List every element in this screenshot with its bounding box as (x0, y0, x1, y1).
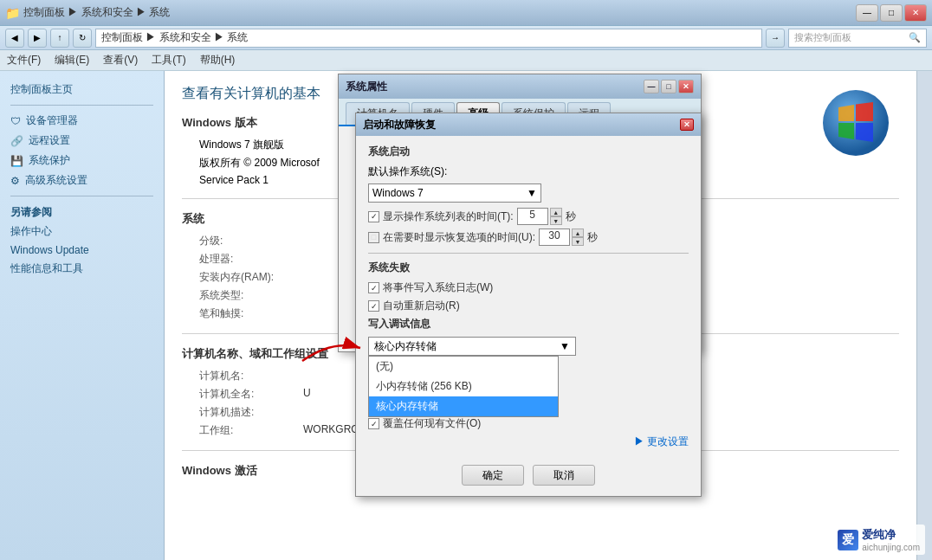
auto-restart-label: 自动重新启动(R) (383, 299, 460, 313)
overwrite-checkbox-row: ✓ 覆盖任何现有文件(O) (368, 416, 689, 431)
menu-help[interactable]: 帮助(H) (200, 53, 236, 68)
close-button[interactable]: ✕ (904, 4, 927, 22)
up-button[interactable]: ↑ (50, 29, 69, 48)
go-button[interactable]: → (766, 29, 785, 48)
debug-section: 写入调试信息 核心内存转储 ▼ (无) 小内存转储 (256 KB) 核心内存转… (368, 317, 689, 356)
default-os-row: 默认操作系统(S): (368, 164, 689, 179)
search-icon: 🔍 (909, 32, 921, 43)
system-startup-label: 系统启动 (368, 145, 689, 159)
dialog-footer: 确定 取消 (356, 458, 701, 496)
debug-dropdown[interactable]: 核心内存转储 ▼ (368, 337, 576, 356)
show-time-up[interactable]: ▲ (550, 208, 562, 216)
debug-dropdown-wrapper: 核心内存转储 ▼ (无) 小内存转储 (256 KB) 核心内存转储 (368, 337, 576, 356)
search-box[interactable]: 搜索控制面板 🔍 (788, 29, 927, 48)
sidebar: 控制面板主页 🛡 设备管理器 🔗 远程设置 💾 系统保护 ⚙ 高级系统设置 另请… (0, 71, 165, 560)
menu-bar: 文件(F) 编辑(E) 查看(V) 工具(T) 帮助(H) (0, 50, 932, 71)
write-log-label: 将事件写入系统日志(W) (383, 280, 493, 295)
option-kernel[interactable]: 核心内存转储 (369, 396, 558, 416)
default-os-dropdown[interactable]: Windows 7 ▼ (368, 183, 541, 203)
settings-icon: ⚙ (10, 175, 20, 187)
option-small[interactable]: 小内存转储 (256 KB) (369, 377, 558, 396)
show-time-checkbox[interactable]: ✓ (368, 211, 379, 222)
sidebar-item-action-center[interactable]: 操作中心 (0, 222, 164, 241)
option-none[interactable]: (无) (369, 357, 558, 377)
menu-edit[interactable]: 编辑(E) (55, 53, 89, 68)
show-time-label: 显示操作系统列表的时间(T): (383, 209, 514, 224)
menu-file[interactable]: 文件(F) (7, 53, 41, 68)
protection-icon: 💾 (10, 155, 23, 167)
startup-title: 启动和故障恢复 (363, 118, 436, 132)
auto-restart-row: ✓ 自动重新启动(R) (368, 299, 689, 313)
startup-close-button[interactable]: ✕ (680, 119, 694, 131)
sidebar-item-home[interactable]: 控制面板主页 (0, 80, 164, 100)
recovery-unit: 秒 (587, 230, 598, 245)
recovery-label: 在需要时显示恢复选项的时间(U): (383, 230, 535, 245)
recovery-down[interactable]: ▼ (572, 237, 584, 246)
title-text: 控制面板 ▶ 系统和安全 ▶ 系统 (23, 5, 170, 20)
show-time-down[interactable]: ▼ (550, 216, 562, 225)
recovery-spinners: ▲ ▼ (572, 229, 584, 246)
minimize-button[interactable]: — (856, 4, 878, 22)
overwrite-label: 覆盖任何现有文件(O) (383, 416, 481, 431)
back-button[interactable]: ◀ (5, 29, 24, 48)
default-os-label: 默认操作系统(S): (368, 164, 447, 179)
sidebar-item-system-protection[interactable]: 💾 系统保护 (0, 151, 164, 171)
dialog-minimize[interactable]: — (644, 80, 659, 93)
menu-tools[interactable]: 工具(T) (152, 53, 185, 68)
home-label: 控制面板主页 (10, 82, 73, 97)
dialog-controls: — □ ✕ (644, 80, 694, 93)
menu-view[interactable]: 查看(V) (103, 53, 138, 68)
right-scrollbar[interactable] (916, 71, 932, 560)
refresh-button[interactable]: ↻ (73, 29, 92, 48)
sidebar-divider-1 (10, 105, 153, 106)
also-see-label: 另请参阅 (0, 202, 164, 222)
address-path[interactable]: 控制面板 ▶ 系统和安全 ▶ 系统 (95, 29, 762, 48)
auto-restart-checkbox[interactable]: ✓ (368, 300, 379, 312)
ok-button[interactable]: 确定 (462, 465, 524, 486)
sidebar-item-remote[interactable]: 🔗 远程设置 (0, 131, 164, 151)
watermark-text: 爱纯净 aichunjing.com (862, 527, 920, 552)
recovery-up[interactable]: ▲ (572, 229, 584, 237)
startup-titlebar: 启动和故障恢复 ✕ (356, 113, 701, 136)
maximize-button[interactable]: □ (880, 4, 903, 22)
startup-recovery-dialog: 启动和故障恢复 ✕ 系统启动 默认操作系统(S): Windows 7 ▼ ✓ … (355, 113, 702, 497)
system-props-title: 系统属性 (346, 80, 387, 94)
sidebar-item-performance[interactable]: 性能信息和工具 (0, 259, 164, 279)
sidebar-item-windows-update[interactable]: Windows Update (0, 241, 164, 259)
recovery-spinbox: 30 ▲ ▼ (539, 229, 584, 246)
show-time-unit: 秒 (566, 209, 576, 224)
sidebar-divider-2 (10, 196, 153, 196)
show-time-spinbox: 5 ▲ ▼ (517, 208, 562, 225)
write-log-checkbox[interactable]: ✓ (368, 282, 379, 293)
default-os-dropdown-wrapper: Windows 7 ▼ (368, 183, 559, 203)
debug-dropdown-arrow-icon: ▼ (560, 340, 570, 352)
remote-icon: 🔗 (10, 135, 23, 147)
windows-logo (821, 88, 890, 158)
folder-icon: 📁 (5, 6, 20, 20)
windows-logo-area (821, 88, 890, 160)
shield-icon: 🛡 (10, 115, 21, 127)
overwrite-checkbox[interactable]: ✓ (368, 418, 379, 429)
dialog-close[interactable]: ✕ (678, 80, 694, 93)
sidebar-item-advanced[interactable]: ⚙ 高级系统设置 (0, 171, 164, 190)
dialog-maximize[interactable]: □ (661, 80, 676, 93)
forward-button[interactable]: ▶ (28, 29, 47, 48)
overwrite-row: ✓ 覆盖任何现有文件(O) (368, 416, 689, 431)
debug-dropdown-options: (无) 小内存转储 (256 KB) 核心内存转储 (368, 356, 559, 417)
recovery-input[interactable]: 30 (539, 229, 570, 246)
sidebar-item-device-manager[interactable]: 🛡 设备管理器 (0, 111, 164, 131)
show-time-input[interactable]: 5 (517, 208, 548, 225)
address-bar: ◀ ▶ ↑ ↻ 控制面板 ▶ 系统和安全 ▶ 系统 → 搜索控制面板 🔍 (0, 26, 932, 50)
sub-divider-1 (368, 253, 689, 254)
cancel-button[interactable]: 取消 (533, 465, 595, 486)
dropdown-arrow-icon: ▼ (527, 187, 537, 199)
write-log-row: ✓ 将事件写入系统日志(W) (368, 280, 689, 295)
debug-label: 写入调试信息 (368, 317, 689, 331)
failure-label: 系统失败 (368, 261, 689, 275)
change-settings-link[interactable]: ▶ 更改设置 (634, 434, 689, 449)
window-controls: — □ ✕ (856, 4, 927, 22)
recovery-checkbox[interactable]: □ (368, 232, 379, 243)
search-placeholder: 搜索控制面板 (794, 31, 851, 44)
startup-content: 系统启动 默认操作系统(S): Windows 7 ▼ ✓ 显示操作系统列表的时… (356, 136, 701, 458)
system-props-titlebar: 系统属性 — □ ✕ (339, 74, 701, 99)
